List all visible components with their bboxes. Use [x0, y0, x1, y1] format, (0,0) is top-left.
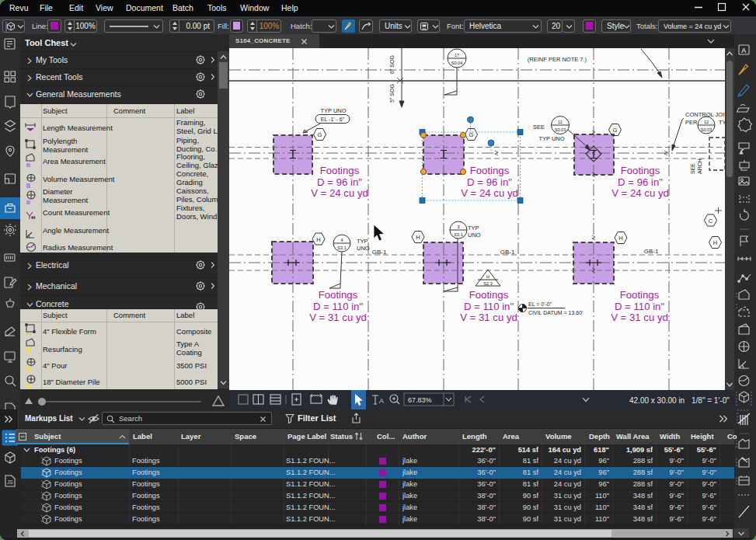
svg-text:V = 24 cu yd: V = 24 cu yd: [611, 187, 669, 199]
svg-text:JS: JS: [7, 479, 13, 485]
svg-text:H: H: [486, 274, 489, 279]
svg-text:V = 24 cu yd: V = 24 cu yd: [311, 187, 368, 199]
svg-text:GB-1: GB-1: [372, 249, 387, 256]
svg-text:S0.03: S0.03: [555, 127, 566, 132]
svg-text:S3.1: S3.1: [337, 246, 347, 250]
svg-text:SEE: SEE: [690, 163, 695, 174]
svg-text:D = 110 in": D = 110 in": [615, 301, 665, 312]
svg-text:H: H: [618, 235, 622, 242]
svg-text:UNO: UNO: [357, 245, 370, 252]
svg-text:Footings: Footings: [469, 289, 509, 301]
svg-text:12: 12: [704, 120, 709, 124]
svg-text:(REINF PER NOTE 7.): (REINF PER NOTE 7.): [528, 56, 587, 63]
svg-text:G: G: [613, 127, 618, 134]
svg-text:H: H: [416, 234, 420, 241]
svg-text:11: 11: [558, 120, 563, 124]
svg-text:6" SOG: 6" SOG: [389, 55, 395, 74]
svg-text:Footings: Footings: [621, 165, 660, 176]
svg-text:PER: PER: [685, 119, 698, 126]
svg-text:G: G: [318, 131, 322, 138]
svg-text:V = 31 cu yd: V = 31 cu yd: [460, 312, 517, 323]
svg-text:TYP UNO: TYP UNO: [320, 107, 346, 114]
svg-text:H: H: [316, 236, 320, 243]
svg-text:4: 4: [340, 238, 343, 242]
svg-text:V = 31 cu yd: V = 31 cu yd: [309, 312, 367, 323]
svg-text:D = 110 in": D = 110 in": [313, 301, 364, 312]
svg-text:Footings: Footings: [319, 289, 358, 301]
svg-text:A: A: [741, 47, 747, 54]
svg-text:GB-1: GB-1: [644, 248, 659, 255]
svg-text:S0.04: S0.04: [451, 61, 463, 65]
svg-text:EL = 0'-0": EL = 0'-0": [528, 301, 552, 307]
svg-text:1/8" = 1'-0": 1/8" = 1'-0": [692, 396, 730, 405]
svg-text:D = 96 in": D = 96 in": [618, 176, 663, 188]
svg-text:5" SOG: 5" SOG: [389, 84, 395, 103]
svg-text:C: C: [709, 218, 713, 225]
svg-text:V = 24 cu yd: V = 24 cu yd: [461, 187, 518, 199]
svg-text:GB-1: GB-1: [500, 249, 515, 256]
svg-text:V = 31 cu yd: V = 31 cu yd: [611, 312, 668, 323]
svg-text:S0.03: S0.03: [701, 127, 712, 132]
svg-text:CONTROL JOINT: CONTROL JOINT: [685, 111, 725, 118]
svg-text:UNO: UNO: [468, 232, 481, 239]
svg-text:A: A: [379, 397, 384, 405]
svg-text:Footings: Footings: [320, 165, 360, 176]
svg-text:S3.1: S3.1: [454, 232, 463, 237]
svg-text:ARCH: ARCH: [697, 159, 702, 174]
svg-text:42.00 x 30.00 in: 42.00 x 30.00 in: [629, 396, 685, 405]
svg-text:SEE: SEE: [533, 124, 545, 131]
svg-text:TYP UNO: TYP UNO: [538, 135, 564, 142]
svg-text:H: H: [713, 239, 717, 246]
svg-text:TYP: TYP: [719, 119, 725, 126]
svg-text:D = 96 in": D = 96 in": [467, 176, 512, 188]
svg-text:67.83%: 67.83%: [408, 396, 432, 404]
svg-text:D = 96 in": D = 96 in": [317, 176, 362, 188]
svg-text:D = 110 in": D = 110 in": [464, 301, 514, 312]
svg-text:S2.3: S2.3: [483, 281, 493, 286]
svg-text:CIVIL DATUM = 13.60': CIVIL DATUM = 13.60': [528, 310, 583, 315]
svg-text:EL -1' - 6": EL -1' - 6": [321, 117, 345, 122]
svg-text:3: 3: [457, 225, 459, 229]
svg-text:Footings: Footings: [470, 165, 510, 176]
svg-text:Footings: Footings: [620, 289, 660, 301]
svg-text:17: 17: [455, 53, 459, 57]
